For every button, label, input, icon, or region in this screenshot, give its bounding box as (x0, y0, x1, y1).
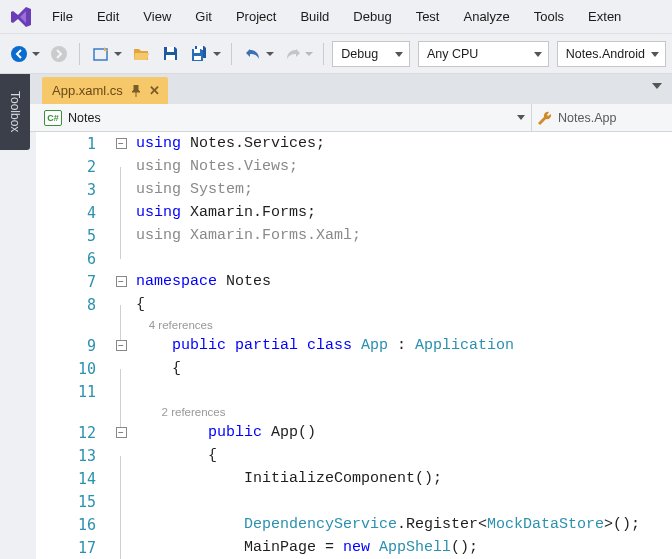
token: System; (190, 181, 253, 198)
code-content[interactable]: using Notes.Services; (136, 135, 672, 152)
menu-tools[interactable]: Tools (524, 5, 574, 28)
type-scope-dropdown[interactable]: Notes (0, 104, 532, 131)
collapse-icon[interactable]: − (116, 138, 127, 149)
svg-rect-3 (167, 47, 174, 52)
code-line[interactable]: 2 references (36, 403, 672, 421)
code-content[interactable]: 2 references (136, 404, 672, 421)
open-file-button[interactable] (128, 41, 154, 67)
pin-icon[interactable] (131, 85, 141, 97)
line-number: 17 (36, 539, 106, 557)
code-line[interactable]: 4 references (36, 316, 672, 334)
codelens-references[interactable]: 4 references (136, 319, 213, 331)
code-line[interactable]: 3using System; (36, 178, 672, 201)
member-scope-dropdown[interactable]: Notes.App (532, 104, 672, 131)
code-line[interactable]: 16 DependencyService.Register<MockDataSt… (36, 513, 672, 536)
code-line[interactable]: 8{ (36, 293, 672, 316)
code-line[interactable]: 15 (36, 490, 672, 513)
code-content[interactable]: { (136, 296, 672, 313)
code-line[interactable]: 2using Notes.Views; (36, 155, 672, 178)
code-line[interactable]: 11 (36, 380, 672, 403)
fold-gutter[interactable]: − (106, 427, 136, 438)
code-content[interactable]: { (136, 360, 672, 377)
nav-back-button[interactable] (6, 41, 32, 67)
nav-forward-button[interactable] (46, 41, 72, 67)
tab-title: App.xaml.cs (52, 83, 123, 98)
platform-combo[interactable]: Any CPU (418, 41, 549, 67)
token: Notes (226, 273, 271, 290)
code-nav-bar: C# Notes Notes.App (0, 104, 672, 132)
new-project-button[interactable] (88, 41, 114, 67)
token: new (343, 539, 379, 556)
menu-extensions[interactable]: Exten (578, 5, 631, 28)
save-all-button[interactable] (187, 41, 213, 67)
code-content[interactable]: using Xamarin.Forms; (136, 204, 672, 221)
token: >(); (604, 516, 640, 533)
code-line[interactable]: 6 (36, 247, 672, 270)
code-line[interactable]: 5using Xamarin.Forms.Xaml; (36, 224, 672, 247)
code-line[interactable]: 13 { (36, 444, 672, 467)
code-editor[interactable]: 1−using Notes.Services;2using Notes.View… (36, 132, 672, 559)
code-content[interactable]: public partial class App : Application (136, 337, 672, 354)
configuration-value: Debug (341, 47, 378, 61)
code-line[interactable]: 7−namespace Notes (36, 270, 672, 293)
fold-guide (120, 456, 121, 479)
configuration-combo[interactable]: Debug (332, 41, 410, 67)
menu-file[interactable]: File (42, 5, 83, 28)
line-number: 14 (36, 470, 106, 488)
document-tab-active[interactable]: App.xaml.cs ✕ (42, 77, 168, 104)
menu-test[interactable]: Test (406, 5, 450, 28)
code-content[interactable]: { (136, 447, 672, 464)
token: MockDataStore (487, 516, 604, 533)
code-line[interactable]: 9− public partial class App : Applicatio… (36, 334, 672, 357)
menu-debug[interactable]: Debug (343, 5, 401, 28)
code-line[interactable]: 14 InitializeComponent(); (36, 467, 672, 490)
toolbox-sidebar-tab[interactable]: Toolbox (0, 74, 30, 150)
code-line[interactable]: 12− public App() (36, 421, 672, 444)
collapse-icon[interactable]: − (116, 427, 127, 438)
menu-view[interactable]: View (133, 5, 181, 28)
collapse-icon[interactable]: − (116, 276, 127, 287)
startup-project-combo[interactable]: Notes.Android (557, 41, 666, 67)
fold-gutter[interactable]: − (106, 276, 136, 287)
undo-button[interactable] (240, 41, 266, 67)
code-content[interactable]: 4 references (136, 317, 672, 334)
fold-gutter[interactable]: − (106, 138, 136, 149)
tab-overflow-button[interactable] (652, 83, 662, 89)
collapse-icon[interactable]: − (116, 340, 127, 351)
code-content[interactable]: using System; (136, 181, 672, 198)
line-number: 10 (36, 360, 106, 378)
menu-edit[interactable]: Edit (87, 5, 129, 28)
fold-gutter[interactable]: − (106, 340, 136, 351)
code-content[interactable] (136, 383, 672, 400)
menu-project[interactable]: Project (226, 5, 286, 28)
close-tab-button[interactable]: ✕ (149, 83, 160, 98)
code-line[interactable]: 1−using Notes.Services; (36, 132, 672, 155)
line-number: 3 (36, 181, 106, 199)
code-line[interactable]: 4using Xamarin.Forms; (36, 201, 672, 224)
token: using (136, 204, 190, 221)
code-content[interactable]: DependencyService.Register<MockDataStore… (136, 516, 672, 533)
toolbar-separator (231, 43, 232, 65)
codelens-references[interactable]: 2 references (136, 406, 225, 418)
save-button[interactable] (158, 41, 184, 67)
svg-point-1 (51, 46, 67, 62)
code-content[interactable]: MainPage = new AppShell(); (136, 539, 672, 556)
token: using (136, 158, 190, 175)
menu-analyze[interactable]: Analyze (453, 5, 519, 28)
menu-build[interactable]: Build (290, 5, 339, 28)
line-number: 2 (36, 158, 106, 176)
vs-logo-icon (4, 3, 38, 31)
code-content[interactable]: using Notes.Views; (136, 158, 672, 175)
code-content[interactable]: InitializeComponent(); (136, 470, 672, 487)
code-line[interactable]: 10 { (36, 357, 672, 380)
line-number: 4 (36, 204, 106, 222)
code-content[interactable]: using Xamarin.Forms.Xaml; (136, 227, 672, 244)
code-content[interactable] (136, 493, 672, 510)
type-scope-label: Notes (68, 111, 101, 125)
code-content[interactable]: public App() (136, 424, 672, 441)
redo-button[interactable] (280, 41, 306, 67)
menu-git[interactable]: Git (185, 5, 222, 28)
code-content[interactable]: namespace Notes (136, 273, 672, 290)
code-line[interactable]: 17 MainPage = new AppShell(); (36, 536, 672, 559)
line-number: 11 (36, 383, 106, 401)
